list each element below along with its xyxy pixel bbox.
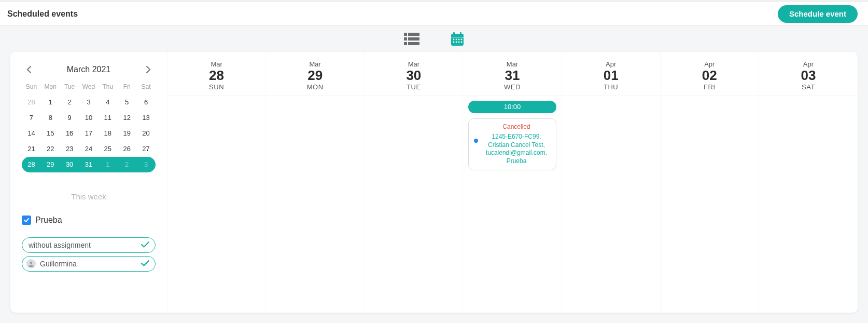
day-header-month: Apr: [661, 60, 759, 68]
mini-cal-day[interactable]: 4: [98, 95, 117, 110]
list-view-icon[interactable]: [404, 33, 419, 45]
mini-cal-day[interactable]: 28: [22, 95, 41, 110]
person-filter[interactable]: Guillermina: [22, 256, 156, 272]
event-type-filter[interactable]: Prueba: [22, 216, 156, 225]
day-header[interactable]: Mar30TUE: [365, 52, 463, 96]
svg-rect-2: [404, 37, 407, 41]
mini-cal-day[interactable]: 25: [98, 141, 117, 157]
calendar-view-icon[interactable]: [451, 32, 464, 46]
person-filter-label: Guillermina: [40, 260, 77, 268]
mini-cal-day[interactable]: 19: [117, 126, 136, 141]
prev-month-button[interactable]: [24, 64, 34, 75]
mini-cal-day[interactable]: 14: [22, 126, 41, 141]
mini-cal-day[interactable]: 15: [41, 126, 60, 141]
mini-cal-dow-row: Sun Mon Tue Wed Thu Fri Sat: [22, 82, 156, 91]
day-header-month: Mar: [167, 60, 265, 68]
day-header-num: 03: [759, 68, 858, 83]
mini-cal-day-selected[interactable]: 29: [41, 157, 60, 172]
page-title: Scheduled events: [7, 9, 78, 19]
check-icon: [141, 241, 150, 250]
svg-point-17: [461, 42, 463, 43]
day-header-num: 30: [365, 68, 463, 83]
mini-cal-day[interactable]: 18: [98, 126, 117, 141]
svg-rect-9: [451, 37, 464, 37]
mini-cal-day[interactable]: 26: [117, 141, 136, 157]
checkbox-checked-icon[interactable]: [22, 216, 31, 225]
schedule-event-button[interactable]: Schedule event: [778, 5, 858, 23]
svg-rect-5: [408, 42, 419, 45]
mini-cal-day[interactable]: 23: [60, 141, 79, 157]
dow-label: Wed: [79, 82, 99, 91]
mini-cal-day-selected[interactable]: 28: [22, 157, 41, 172]
mini-cal-day-selected[interactable]: 2: [117, 157, 136, 172]
dow-label: Tue: [60, 82, 79, 91]
mini-cal-day[interactable]: 3: [79, 95, 99, 110]
week-grid: Mar28SUNMar29MONMar30TUEMar31WED10:00Can…: [167, 52, 858, 313]
mini-cal-day[interactable]: 8: [41, 110, 60, 126]
day-header-dow: FRI: [661, 83, 759, 91]
mini-cal-day[interactable]: 17: [79, 126, 99, 141]
day-body: [759, 96, 858, 106]
day-header-num: 01: [562, 68, 660, 83]
person-filter[interactable]: without assignment: [22, 237, 156, 253]
day-body: [167, 96, 265, 106]
mini-cal-day[interactable]: 11: [98, 110, 117, 126]
day-header-dow: SAT: [759, 83, 858, 91]
day-header-dow: SUN: [167, 83, 265, 91]
day-header[interactable]: Mar29MON: [266, 52, 364, 96]
day-header[interactable]: Apr03SAT: [759, 52, 858, 96]
view-switch: [0, 26, 868, 52]
day-header-num: 28: [167, 68, 265, 83]
day-header[interactable]: Apr01THU: [562, 52, 660, 96]
calendar-card: March 2021 Sun Mon Tue Wed Thu Fri Sat 2…: [10, 52, 858, 313]
mini-cal-day[interactable]: 2: [60, 95, 79, 110]
day-header-month: Mar: [365, 60, 463, 68]
mini-cal-day[interactable]: 16: [60, 126, 79, 141]
day-column: Apr02FRI: [661, 52, 759, 313]
svg-point-16: [458, 42, 460, 43]
day-body: [661, 96, 759, 106]
svg-rect-1: [408, 33, 419, 36]
mini-cal-day-selected[interactable]: 3: [136, 157, 156, 172]
person-filter-label: without assignment: [29, 241, 91, 249]
mini-cal-day[interactable]: 9: [60, 110, 79, 126]
day-column: Mar31WED10:00Cancelled1245-E670-FC99, Cr…: [463, 52, 562, 313]
sidebar: March 2021 Sun Mon Tue Wed Thu Fri Sat 2…: [10, 52, 167, 313]
day-header[interactable]: Apr02FRI: [661, 52, 759, 96]
event-dot-icon: [474, 139, 478, 143]
mini-cal-day[interactable]: 21: [22, 141, 41, 157]
day-body: [365, 96, 463, 106]
mini-cal-day[interactable]: 7: [22, 110, 41, 126]
dow-label: Sat: [136, 82, 156, 91]
mini-cal-day[interactable]: 10: [79, 110, 99, 126]
day-body: [562, 96, 660, 106]
mini-cal-day-selected[interactable]: 30: [60, 157, 79, 172]
day-header-num: 31: [463, 68, 561, 83]
next-month-button[interactable]: [143, 64, 153, 75]
mini-cal-day[interactable]: 5: [117, 95, 136, 110]
event-card[interactable]: Cancelled1245-E670-FC99, Cristian Cancel…: [468, 118, 556, 170]
mini-cal-day[interactable]: 24: [79, 141, 99, 157]
mini-cal-day[interactable]: 1: [41, 95, 60, 110]
mini-cal-selected-week: 28293031123: [22, 157, 156, 172]
mini-cal-day-selected[interactable]: 31: [79, 157, 99, 172]
event-time-pill[interactable]: 10:00: [468, 101, 556, 113]
event-status: Cancelled: [482, 123, 550, 131]
mini-cal-day[interactable]: 13: [136, 110, 156, 126]
this-week-button[interactable]: This week: [22, 192, 156, 201]
mini-cal-day-selected[interactable]: 1: [98, 157, 117, 172]
event-type-label: Prueba: [35, 216, 62, 225]
dow-label: Fri: [117, 82, 136, 91]
day-header-dow: THU: [562, 83, 660, 91]
mini-cal-day[interactable]: 22: [41, 141, 60, 157]
svg-point-12: [458, 39, 460, 41]
day-header-month: Mar: [463, 60, 561, 68]
mini-cal-day[interactable]: 6: [136, 95, 156, 110]
page-header: Scheduled events Schedule event: [0, 0, 868, 26]
mini-cal-day[interactable]: 20: [136, 126, 156, 141]
mini-cal-day[interactable]: 12: [117, 110, 136, 126]
day-header[interactable]: Mar28SUN: [167, 52, 265, 96]
day-header[interactable]: Mar31WED: [463, 52, 561, 96]
mini-cal-day[interactable]: 27: [136, 141, 156, 157]
svg-point-10: [453, 39, 455, 41]
